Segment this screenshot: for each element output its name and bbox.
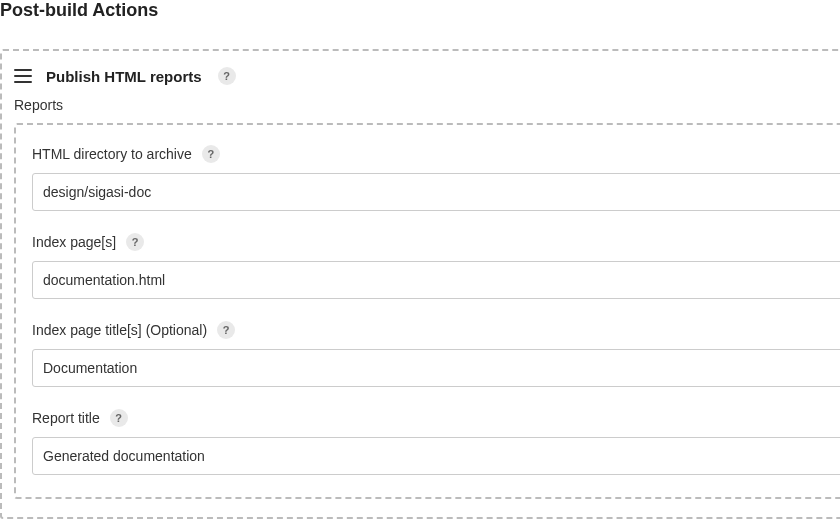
- index-pages-input[interactable]: [32, 261, 840, 299]
- section-title: Post-build Actions: [0, 0, 840, 21]
- html-dir-label: HTML directory to archive: [32, 146, 192, 162]
- publish-html-reports-block: Publish HTML reports ? Reports HTML dire…: [0, 49, 840, 519]
- report-title-input[interactable]: [32, 437, 840, 475]
- field-index-pages: Index page[s] ?: [32, 233, 840, 299]
- help-icon[interactable]: ?: [202, 145, 220, 163]
- help-icon[interactable]: ?: [110, 409, 128, 427]
- help-icon[interactable]: ?: [126, 233, 144, 251]
- field-report-title: Report title ?: [32, 409, 840, 475]
- block-title: Publish HTML reports: [46, 68, 202, 85]
- field-index-titles: Index page title[s] (Optional) ?: [32, 321, 840, 387]
- reports-label: Reports: [14, 97, 840, 113]
- field-html-dir: HTML directory to archive ?: [32, 145, 840, 211]
- index-titles-input[interactable]: [32, 349, 840, 387]
- index-pages-label: Index page[s]: [32, 234, 116, 250]
- html-dir-input[interactable]: [32, 173, 840, 211]
- report-title-label: Report title: [32, 410, 100, 426]
- index-titles-label: Index page title[s] (Optional): [32, 322, 207, 338]
- drag-handle-icon[interactable]: [14, 69, 32, 83]
- help-icon[interactable]: ?: [218, 67, 236, 85]
- block-header: Publish HTML reports ?: [14, 63, 840, 95]
- report-config-box: HTML directory to archive ? Index page[s…: [14, 123, 840, 499]
- help-icon[interactable]: ?: [217, 321, 235, 339]
